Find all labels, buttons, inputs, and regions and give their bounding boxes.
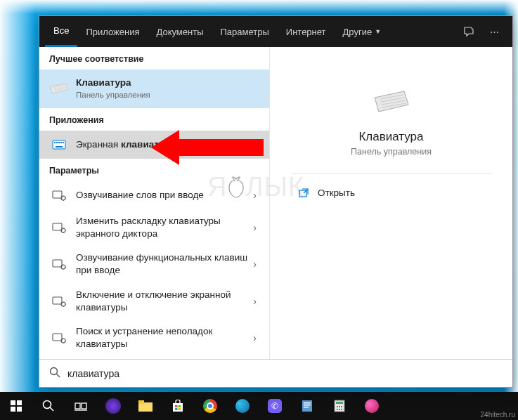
svg-rect-49 [304, 402, 311, 404]
preview-pane: Клавиатура Панель управления Открыть [270, 47, 512, 359]
svg-rect-15 [53, 260, 62, 267]
result-setting[interactable]: Изменить раскладку клавиатуры экранного … [39, 209, 269, 246]
svg-rect-33 [17, 400, 22, 405]
open-action[interactable]: Открыть [298, 187, 355, 198]
blur-edge [0, 0, 518, 14]
svg-rect-43 [173, 403, 183, 412]
tab-documents[interactable]: Документы [148, 16, 212, 47]
settings-icon [49, 293, 69, 310]
result-label: Включение и отключение экранной клавиату… [76, 289, 250, 314]
result-subtitle: Панель управления [76, 90, 259, 101]
taskbar-app-notes[interactable] [291, 392, 323, 420]
result-setting[interactable]: Озвучивание функциональных клавиш при вв… [39, 246, 269, 282]
svg-point-59 [341, 409, 342, 410]
svg-rect-48 [302, 400, 312, 412]
result-setting[interactable]: Озвучивание клавиш Shift, Alt и других к… [39, 356, 269, 359]
svg-point-57 [337, 409, 338, 410]
open-icon [298, 187, 309, 198]
result-label: Озвучивание функциональных клавиш при вв… [76, 251, 250, 277]
section-apps: Приложения [39, 108, 269, 131]
svg-rect-47 [179, 408, 181, 410]
svg-marker-23 [375, 91, 408, 112]
tab-settings[interactable]: Параметры [212, 16, 277, 47]
svg-rect-19 [53, 334, 62, 341]
chevron-right-icon[interactable]: › [250, 222, 259, 233]
svg-rect-50 [304, 405, 311, 406]
search-results-panel: Все Приложения Документы Параметры Интер… [39, 15, 513, 388]
svg-rect-4 [53, 140, 65, 149]
open-label: Открыть [318, 188, 355, 198]
result-label: Поиск и устранение неполадок клавиатуры [76, 325, 250, 350]
taskbar-app-calculator[interactable] [323, 392, 356, 420]
svg-rect-7 [58, 142, 60, 143]
tab-all[interactable]: Все [45, 16, 77, 47]
search-content: Лучшее соответствие Клавиатура Панель уп… [39, 47, 512, 359]
taskbar-app-explorer[interactable] [129, 392, 162, 420]
svg-rect-45 [179, 405, 181, 407]
settings-icon [49, 219, 69, 236]
svg-rect-44 [175, 405, 178, 407]
taskbar-app-yandex[interactable] [97, 392, 129, 420]
svg-point-54 [337, 406, 338, 407]
settings-icon [49, 187, 69, 204]
tab-web[interactable]: Интернет [278, 16, 335, 47]
result-label: Экранная клавиатура [76, 138, 250, 151]
svg-rect-9 [63, 142, 64, 143]
search-input[interactable] [67, 368, 503, 379]
svg-point-29 [51, 367, 58, 374]
taskbar-search-button[interactable] [32, 392, 65, 420]
tab-apps[interactable]: Приложения [77, 16, 148, 47]
search-tabs-bar: Все Приложения Документы Параметры Интер… [39, 16, 512, 47]
settings-icon [49, 256, 69, 273]
separator [292, 173, 491, 174]
svg-rect-11 [53, 191, 62, 198]
svg-rect-13 [53, 223, 62, 230]
svg-line-30 [57, 374, 60, 377]
more-options-icon[interactable]: ⋯ [481, 16, 507, 47]
preview-subtitle: Панель управления [351, 147, 432, 157]
taskbar-app-viber[interactable]: ✆ [259, 392, 291, 420]
section-best-match: Лучшее соответствие [39, 47, 269, 70]
result-setting[interactable]: Поиск и устранение неполадок клавиатуры … [39, 320, 269, 356]
result-title: Клавиатура [76, 77, 259, 89]
chevron-down-icon: ▼ [375, 28, 381, 35]
svg-point-36 [44, 401, 51, 409]
onscreen-keyboard-icon [49, 136, 69, 153]
feedback-icon[interactable] [456, 16, 481, 47]
svg-point-58 [339, 409, 340, 410]
svg-rect-17 [53, 297, 62, 304]
result-setting[interactable]: Озвучивание слов при вводе › [39, 181, 269, 209]
svg-rect-8 [60, 142, 62, 143]
svg-rect-34 [11, 407, 15, 412]
taskbar-app-generic[interactable] [356, 392, 388, 420]
section-settings: Параметры [39, 159, 269, 181]
result-best-keyboard[interactable]: Клавиатура Панель управления [39, 70, 269, 108]
svg-rect-5 [54, 142, 56, 143]
svg-rect-38 [75, 403, 80, 409]
tab-more[interactable]: Другие▼ [335, 16, 390, 47]
task-view-button[interactable] [65, 392, 97, 420]
taskbar-app-chrome[interactable] [194, 392, 226, 420]
start-button[interactable] [0, 392, 32, 420]
result-setting[interactable]: Включение и отключение экранной клавиату… [39, 283, 269, 320]
svg-line-37 [50, 407, 53, 411]
result-onscreen-keyboard[interactable]: Экранная клавиатура › [39, 131, 269, 159]
search-icon [49, 367, 60, 381]
svg-rect-53 [336, 402, 343, 404]
taskbar-app-edge[interactable] [226, 392, 259, 420]
results-list: Лучшее соответствие Клавиатура Панель уп… [39, 47, 270, 359]
svg-rect-35 [17, 407, 22, 412]
result-label: Озвучивание слов при вводе [76, 189, 250, 202]
taskbar-app-store[interactable] [162, 392, 194, 420]
svg-point-56 [341, 406, 342, 407]
chevron-right-icon[interactable]: › [250, 258, 259, 270]
chevron-right-icon[interactable]: › [250, 139, 259, 150]
chevron-right-icon[interactable]: › [250, 296, 259, 307]
chevron-right-icon[interactable]: › [250, 190, 259, 201]
chevron-right-icon[interactable]: › [250, 332, 259, 343]
keyboard-icon [49, 80, 69, 97]
attribution: 24hitech.ru [481, 411, 515, 419]
svg-rect-42 [138, 400, 144, 404]
search-box[interactable] [39, 359, 512, 387]
svg-rect-10 [56, 146, 63, 147]
